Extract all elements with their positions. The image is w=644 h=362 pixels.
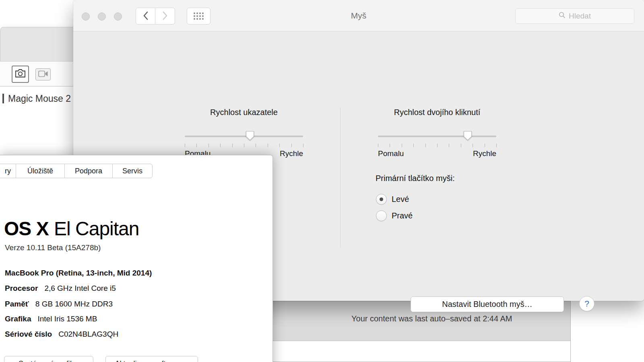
os-version-label: Verze 10.11 Beta (15A278b) xyxy=(5,243,101,252)
spec-value: 2,6 GHz Intel Core i5 xyxy=(44,284,116,292)
spec-label: Grafika xyxy=(5,315,31,323)
spec-value: Intel Iris 1536 MB xyxy=(37,315,97,323)
video-button[interactable] xyxy=(35,68,51,80)
spec-value: 8 GB 1600 MHz DDR3 xyxy=(35,300,113,308)
autosave-status-text: Your content was last auto–saved at 2:44… xyxy=(351,314,512,323)
tab-servis[interactable]: Servis xyxy=(112,164,153,178)
spec-value: C02N4BLAG3QH xyxy=(58,330,118,338)
desktop: Magic Mouse 2 Your content was last auto… xyxy=(0,0,644,362)
spec-row-processor: Procesor2,6 GHz Intel Core i5 xyxy=(5,284,116,293)
pointer-speed-label: Rychlost ukazatele xyxy=(169,108,319,117)
camera-button[interactable] xyxy=(12,66,29,83)
radio-button-right[interactable] xyxy=(376,210,387,221)
primary-mouse-button-label: Primární tlačítko myši: xyxy=(376,174,455,183)
setup-bluetooth-mouse-button[interactable]: Nastavit Bluetooth myš… xyxy=(411,296,564,312)
radio-label-right: Pravé xyxy=(392,211,413,220)
clipped-text-fragment xyxy=(2,94,4,103)
mac-model-label: MacBook Pro (Retina, 13-inch, Mid 2014) xyxy=(5,269,152,278)
titlebar[interactable]: Myš Hledat xyxy=(73,0,644,31)
slider-thumb[interactable] xyxy=(250,131,254,141)
os-edition: El Capitan xyxy=(54,218,139,239)
about-tab-bar: ry Úložiště Podpora Servis xyxy=(0,164,153,178)
primary-option-right[interactable]: Pravé xyxy=(376,210,413,222)
slider-track xyxy=(378,136,496,137)
slider-tick-marks xyxy=(378,144,497,147)
system-report-button[interactable]: Systémový profil… xyxy=(4,356,93,362)
slider-tick-marks xyxy=(185,144,303,147)
pointer-speed-max-label: Rychle xyxy=(280,149,303,158)
video-icon xyxy=(38,70,48,79)
search-icon xyxy=(559,12,566,21)
double-click-min-label: Pomalu xyxy=(378,149,404,158)
spec-row-serial-number: Sériové čísloC02N4BLAG3QH xyxy=(5,330,118,339)
double-click-speed-label: Rychlost dvojího kliknutí xyxy=(362,108,512,117)
slider-track xyxy=(185,136,303,137)
slider-thumb[interactable] xyxy=(468,131,472,141)
spec-row-memory: Paměť8 GB 1600 MHz DDR3 xyxy=(5,300,113,309)
tl-window-toolbar xyxy=(0,62,80,86)
spec-label: Paměť xyxy=(5,300,29,308)
double-click-max-label: Rychle xyxy=(473,149,496,158)
tab-podpora[interactable]: Podpora xyxy=(64,164,113,178)
software-update-button[interactable]: Aktualizace softwaru… xyxy=(105,356,198,362)
radio-button-left[interactable] xyxy=(376,194,387,205)
tl-window-titlebar[interactable] xyxy=(0,27,80,62)
section-divider xyxy=(340,108,341,247)
pointer-speed-slider[interactable] xyxy=(185,130,303,143)
device-name-label: Magic Mouse 2 xyxy=(8,93,71,104)
spec-label: Sériové číslo xyxy=(5,330,52,338)
tab-uloziste[interactable]: Úložiště xyxy=(16,164,65,178)
radio-label-left: Levé xyxy=(392,195,409,204)
primary-option-left[interactable]: Levé xyxy=(376,193,409,205)
double-click-speed-slider[interactable] xyxy=(378,130,496,143)
camera-icon xyxy=(15,69,26,80)
os-name: OS X xyxy=(4,218,49,239)
search-field[interactable]: Hledat xyxy=(515,8,634,24)
search-placeholder: Hledat xyxy=(569,12,591,21)
os-title: OS X El Capitan xyxy=(4,218,139,240)
about-this-mac-window: ry Úložiště Podpora Servis OS X El Capit… xyxy=(0,155,273,362)
spec-label: Procesor xyxy=(5,284,38,292)
tab-monitory-partial[interactable]: ry xyxy=(0,164,16,178)
spec-row-graphics: GrafikaIntel Iris 1536 MB xyxy=(5,315,97,323)
help-button[interactable]: ? xyxy=(579,296,594,311)
